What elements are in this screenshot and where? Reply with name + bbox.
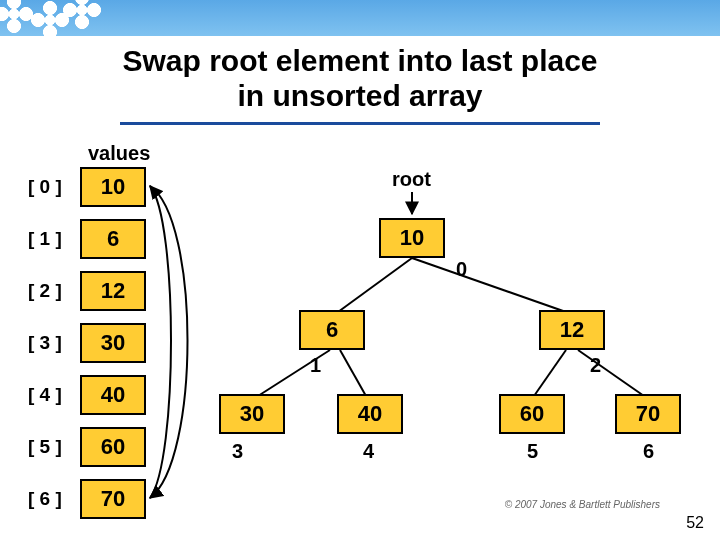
svg-line-5 [578, 350, 644, 396]
array-cell: 6 [80, 219, 146, 259]
title-line-1: Swap root element into last place [122, 44, 597, 77]
title-underline [120, 122, 600, 125]
svg-line-1 [412, 258, 566, 312]
tree-node-4: 40 [337, 394, 403, 434]
tree-index-3: 3 [232, 440, 243, 463]
array-row: [ 0 ] 10 [28, 166, 146, 208]
array-index: [ 5 ] [28, 436, 80, 458]
tree-node-6: 70 [615, 394, 681, 434]
tree-node-0: 10 [379, 218, 445, 258]
root-label: root [392, 168, 431, 191]
tree-index-5: 5 [527, 440, 538, 463]
array-index: [ 3 ] [28, 332, 80, 354]
array-index: [ 4 ] [28, 384, 80, 406]
svg-line-0 [338, 258, 412, 312]
array-row: [ 4 ] 40 [28, 374, 146, 416]
tree-index-1: 1 [310, 354, 321, 377]
svg-line-3 [340, 350, 366, 396]
array-row: [ 3 ] 30 [28, 322, 146, 364]
tree-node-3: 30 [219, 394, 285, 434]
slide-title: Swap root element into last place in uns… [0, 44, 720, 113]
array-cell: 30 [80, 323, 146, 363]
tree-index-4: 4 [363, 440, 374, 463]
tree-node-5: 60 [499, 394, 565, 434]
array-cell: 60 [80, 427, 146, 467]
slide-number: 52 [686, 514, 704, 532]
svg-line-4 [534, 350, 566, 396]
array-index: [ 1 ] [28, 228, 80, 250]
array-table: [ 0 ] 10 [ 1 ] 6 [ 2 ] 12 [ 3 ] 30 [ 4 ]… [28, 166, 146, 530]
values-label: values [88, 142, 150, 165]
flower-icon [0, 0, 34, 34]
array-row: [ 1 ] 6 [28, 218, 146, 260]
tree-index-6: 6 [643, 440, 654, 463]
array-row: [ 5 ] 60 [28, 426, 146, 468]
tree-node-1: 6 [299, 310, 365, 350]
array-cell: 70 [80, 479, 146, 519]
array-cell: 10 [80, 167, 146, 207]
array-index: [ 2 ] [28, 280, 80, 302]
array-row: [ 2 ] 12 [28, 270, 146, 312]
array-index: [ 0 ] [28, 176, 80, 198]
tree-node-2: 12 [539, 310, 605, 350]
tree-index-0: 0 [456, 258, 467, 281]
array-cell: 40 [80, 375, 146, 415]
copyright-text: © 2007 Jones & Bartlett Publishers [505, 499, 660, 510]
array-row: [ 6 ] 70 [28, 478, 146, 520]
banner-stripe [0, 0, 720, 36]
tree-index-2: 2 [590, 354, 601, 377]
array-cell: 12 [80, 271, 146, 311]
title-line-2: in unsorted array [237, 79, 482, 112]
array-index: [ 6 ] [28, 488, 80, 510]
